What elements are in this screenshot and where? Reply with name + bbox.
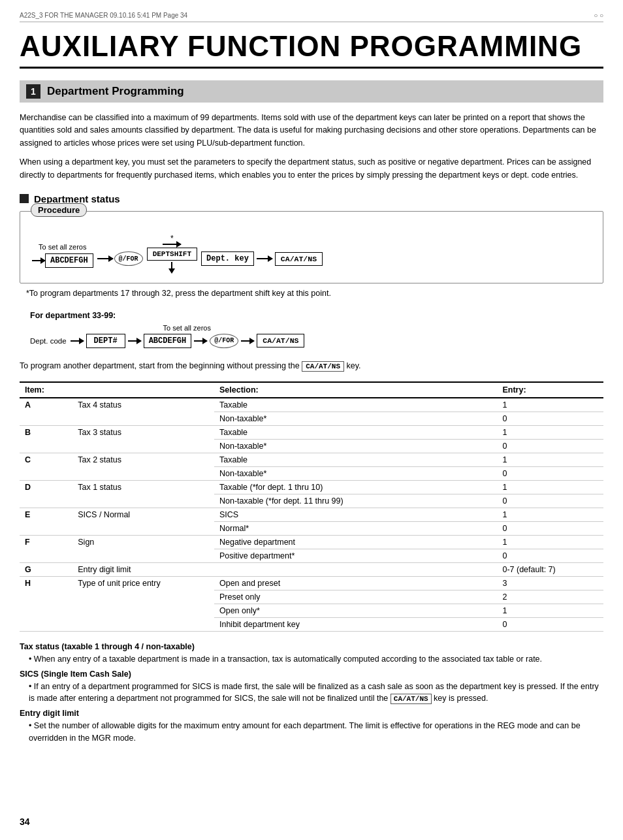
selection-cell: Non-taxable* (214, 467, 497, 481)
entry-cell: 3 (497, 577, 603, 590)
to-set-zeros-label: To set all zeros (163, 324, 211, 332)
sics-title: SICS (Single Item Cash Sale) (20, 670, 131, 679)
top-bar: A22S_3 FOR THE MANAGER 09.10.16 5:41 PM … (20, 12, 603, 22)
entry-cell: 1 (497, 453, 603, 467)
selection-cell: Taxable (*for dept. 1 thru 10) (214, 481, 497, 494)
item-letter: E (20, 508, 72, 536)
entry-cell: 1 (497, 426, 603, 440)
selection-cell: Non-taxable (*for dept. 11 thru 99) (214, 494, 497, 508)
item-name: Tax 3 status (72, 426, 214, 453)
abcdefgh-box: ABCDEFGH (45, 253, 93, 268)
col-selection: Selection: (214, 382, 497, 398)
selection-cell: Preset only (214, 590, 497, 604)
table-row: ESICS / NormalSICS1 (20, 508, 603, 522)
ca-at-ns-2-box: CA/AT/NS (257, 334, 304, 347)
ca-at-ns-box: CA/AT/NS (275, 252, 323, 266)
main-flow-row: To set all zeros ABCDEFGH (32, 231, 591, 274)
entry-cell: 1 (497, 481, 603, 494)
selection-cell: Open and preset (214, 577, 497, 590)
page: A22S_3 FOR THE MANAGER 09.10.16 5:41 PM … (0, 0, 623, 840)
entry-cell: 0 (497, 618, 603, 632)
entry-digit-title: Entry digit limit (20, 709, 79, 718)
body-text-2: When using a department key, you must se… (20, 156, 603, 182)
selection-cell: Inhibit department key (214, 618, 497, 632)
col-item-name (72, 382, 214, 398)
item-letter: B (20, 426, 72, 453)
sub-section-square (20, 194, 29, 203)
item-letter: H (20, 577, 72, 632)
program-note: To program another department, start fro… (20, 360, 603, 372)
entry-cell: 2 (497, 590, 603, 604)
dept-code-label: Dept. code (30, 337, 67, 345)
table-row: DTax 1 statusTaxable (*for dept. 1 thru … (20, 481, 603, 494)
section-number: 1 (26, 84, 40, 99)
selection-cell: Normal* (214, 522, 497, 536)
main-title: AUXILIARY FUNCTION PROGRAMMING (20, 30, 603, 69)
table-row: CTax 2 statusTaxable1 (20, 453, 603, 467)
item-letter: D (20, 481, 72, 508)
selection-cell: Open only* (214, 604, 497, 618)
selection-cell: Taxable (214, 398, 497, 412)
item-letter: C (20, 453, 72, 481)
table-row: ATax 4 statusTaxable1 (20, 398, 603, 412)
abcdefgh-2-box: ABCDEFGH (144, 334, 192, 348)
for-key-box: @/FOR (114, 251, 143, 266)
table-row: FSignNegative department1 (20, 536, 603, 549)
item-name: SICS / Normal (72, 508, 214, 536)
col-entry: Entry: (497, 382, 603, 398)
entry-cell: 1 (497, 398, 603, 412)
item-letter: A (20, 398, 72, 426)
item-name: Type of unit price entry (72, 577, 214, 632)
col-item: Item: (20, 382, 72, 398)
for-key-2-box: @/FOR (210, 334, 238, 348)
entry-cell: 0 (497, 549, 603, 563)
item-name: Entry digit limit (72, 563, 214, 577)
star-note: * (170, 234, 174, 243)
table-row: BTax 3 statusTaxable1 (20, 426, 603, 440)
to-set-all-zeros-label: To set all zeros (39, 243, 86, 251)
page-number: 34 (20, 816, 30, 827)
ca-key-inline: CA/AT/NS (302, 361, 344, 372)
top-bar-left: A22S_3 FOR THE MANAGER 09.10.16 5:41 PM … (20, 12, 187, 19)
dept-status-table: Item: Selection: Entry: ATax 4 statusTax… (20, 381, 603, 632)
selection-cell: Negative department (214, 536, 497, 549)
sics-note: • If an entry of a department programmed… (29, 681, 603, 705)
dept-key-box: Dept. key (201, 251, 254, 266)
table-header-row: Item: Selection: Entry: (20, 382, 603, 398)
section-title: Department Programming (47, 85, 184, 98)
entry-cell: 0 (497, 467, 603, 481)
selection-cell: Positive department* (214, 549, 497, 563)
selection-cell: SICS (214, 508, 497, 522)
entry-cell: 1 (497, 536, 603, 549)
tax-status-note: • When any entry of a taxable department… (29, 653, 603, 666)
entry-cell: 1 (497, 508, 603, 522)
for-dept-label: For department 33-99: (30, 311, 593, 320)
body-text-1: Merchandise can be classified into a max… (20, 112, 603, 150)
procedure-area: Procedure To set all zeros ABCDEFGH (20, 211, 603, 283)
sics-key-inline: CA/AT/NS (391, 694, 432, 704)
sub-section-dept-status: Department status (20, 193, 603, 204)
entry-cell: 0 (497, 494, 603, 508)
deptshift-box: DEPTSHIFT (147, 248, 197, 261)
bottom-notes: Tax status (taxable 1 through 4 / non-ta… (20, 641, 603, 744)
dept-hash-box: DEPT# (86, 334, 125, 348)
item-name: Tax 2 status (72, 453, 214, 481)
selection-cell: Taxable (214, 426, 497, 440)
entry-cell: 0 (497, 412, 603, 426)
item-letter: F (20, 536, 72, 563)
tax-status-title: Tax status (taxable 1 through 4 / non-ta… (20, 642, 195, 651)
item-name: Tax 4 status (72, 398, 214, 426)
item-name: Tax 1 status (72, 481, 214, 508)
item-name: Sign (72, 536, 214, 563)
procedure-label: Procedure (31, 203, 87, 217)
entry-cell: 0 (497, 522, 603, 536)
selection-cell (214, 563, 497, 577)
entry-cell: 1 (497, 604, 603, 618)
entry-cell: 0 (497, 440, 603, 453)
section-1-header: 1 Department Programming (20, 80, 603, 103)
table-row: GEntry digit limit0-7 (default: 7) (20, 563, 603, 577)
dept-33-99-area: For department 33-99: To set all zeros D… (20, 304, 603, 355)
item-letter: G (20, 563, 72, 577)
corner-marks: ○ ○ (594, 12, 603, 19)
star-note-text: *To program departments 17 through 32, p… (26, 289, 603, 298)
